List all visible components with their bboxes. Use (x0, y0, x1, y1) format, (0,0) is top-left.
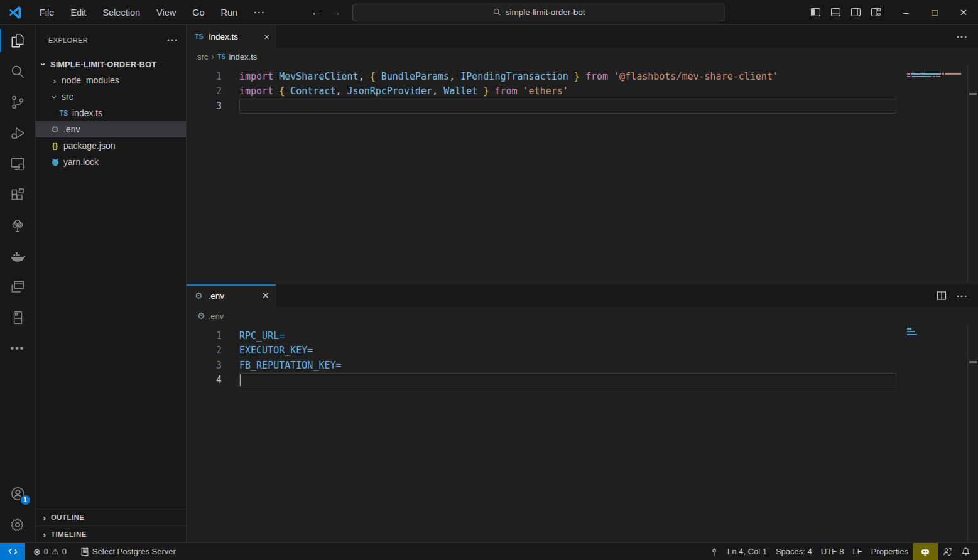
storage-activity-icon[interactable] (0, 302, 36, 333)
timeline-section-header[interactable]: › TIMELINE (36, 525, 186, 542)
menu-file[interactable]: File (31, 0, 62, 25)
remote-indicator[interactable] (0, 543, 25, 560)
tab-index-ts[interactable]: TS index.ts × (187, 25, 276, 48)
code-editor-env[interactable]: 1RPC_URL=2EXECUTOR_KEY=3FB_REPUTATION_KE… (187, 325, 978, 542)
code-line[interactable]: 1RPC_URL= (187, 328, 978, 343)
more-views-icon[interactable]: ••• (0, 333, 36, 363)
more-actions-icon[interactable]: ··· (957, 291, 968, 301)
breadcrumb-src[interactable]: src (197, 52, 208, 62)
code-line[interactable]: 2import { Contract, JsonRpcProvider, Wal… (187, 84, 978, 99)
explorer-sidebar: EXPLORER ··· › SIMPLE-LIMIT-ORDER-BOT › … (36, 25, 187, 542)
menu-view[interactable]: View (148, 0, 184, 25)
indentation-indicator[interactable]: Spaces: 4 (771, 543, 817, 560)
tree-root-folder[interactable]: › SIMPLE-LIMIT-ORDER-BOT (36, 56, 186, 72)
menu-more-icon[interactable]: ··· (246, 0, 273, 25)
run-debug-activity-icon[interactable] (0, 117, 36, 148)
ports-indicator[interactable] (705, 543, 723, 560)
tab-bar-top: TS index.ts × ··· (187, 25, 978, 48)
forward-arrow-icon[interactable]: → (330, 6, 341, 19)
cursor-position-indicator[interactable]: Ln 4, Col 1 (723, 543, 771, 560)
testing-tree-activity-icon[interactable] (0, 210, 36, 240)
search-activity-icon[interactable] (0, 56, 36, 87)
line-text: FB_REPUTATION_KEY= (222, 360, 342, 371)
typescript-file-icon: TS (195, 33, 203, 40)
close-window-button[interactable]: ✕ (949, 0, 978, 25)
tree-item-node-modules[interactable]: › node_modules (36, 72, 186, 89)
code-line[interactable]: 3 (187, 99, 978, 114)
menu-edit[interactable]: Edit (62, 0, 94, 25)
menu-run[interactable]: Run (213, 0, 246, 25)
source-control-activity-icon[interactable] (0, 87, 36, 117)
maximize-button[interactable]: □ (920, 0, 949, 25)
menu-go[interactable]: Go (184, 0, 212, 25)
tab-env[interactable]: ⚙ .env ✕ (187, 284, 276, 307)
accounts-badge: 1 (20, 495, 31, 505)
notifications-indicator[interactable] (957, 543, 978, 560)
tree-item-index-ts[interactable]: TS index.ts (36, 105, 186, 121)
vertical-scrollbar[interactable] (967, 65, 978, 284)
docker-activity-icon[interactable] (0, 240, 36, 271)
code-line[interactable]: 1import MevShareClient, { BundleParams, … (187, 69, 978, 84)
code-line[interactable]: 3FB_REPUTATION_KEY= (187, 358, 978, 373)
explorer-more-actions-icon[interactable]: ··· (167, 35, 178, 45)
tree-item-env[interactable]: ⚙ .env (36, 121, 186, 137)
line-number: 1 (187, 330, 222, 342)
indent-label: Spaces: 4 (776, 547, 812, 556)
command-center-search[interactable]: simple-limit-order-bot (352, 4, 725, 21)
activity-bar: ••• 1 (0, 25, 36, 542)
feedback-indicator[interactable] (938, 543, 957, 560)
menu-selection[interactable]: Selection (94, 0, 148, 25)
copilot-status[interactable] (913, 543, 938, 560)
editor-actions-top: ··· (957, 25, 978, 48)
chevron-down-icon: › (50, 93, 60, 100)
line-col-label: Ln 4, Col 1 (727, 547, 767, 556)
tree-item-yarn-lock[interactable]: yarn.lock (36, 154, 186, 170)
close-tab-icon[interactable]: ✕ (261, 290, 269, 301)
code-editor-index-ts[interactable]: 1import MevShareClient, { BundleParams, … (187, 65, 978, 284)
breadcrumb-file[interactable]: index.ts (229, 52, 257, 62)
error-count: 0 (44, 547, 48, 556)
explorer-activity-icon[interactable] (0, 25, 36, 56)
encoding-indicator[interactable]: UTF-8 (817, 543, 849, 560)
more-actions-icon[interactable]: ··· (957, 31, 968, 42)
toggle-secondary-sidebar-icon[interactable] (849, 6, 862, 19)
problems-indicator[interactable]: ⊗ 0 ⚠ 0 (29, 543, 71, 560)
breadcrumb-file[interactable]: .env (209, 311, 224, 321)
minimap[interactable] (907, 328, 967, 337)
file-label: package.json (63, 141, 116, 151)
accounts-icon[interactable]: 1 (0, 478, 36, 509)
remote-explorer-activity-icon[interactable] (0, 148, 36, 179)
toggle-primary-sidebar-icon[interactable] (808, 6, 822, 19)
language-mode-indicator[interactable]: Properties (867, 543, 913, 560)
scrollbar-cursor-mark (969, 361, 977, 363)
outline-section-header[interactable]: › OUTLINE (36, 509, 186, 525)
typescript-file-icon: TS (217, 53, 225, 60)
code-line[interactable]: 2EXECUTOR_KEY= (187, 343, 978, 358)
line-number: 2 (187, 345, 222, 356)
eol-indicator[interactable]: LF (849, 543, 867, 560)
toggle-panel-icon[interactable] (829, 6, 842, 19)
code-line[interactable]: 4 (187, 373, 978, 388)
sidebar-bottom-sections: › OUTLINE › TIMELINE (36, 509, 186, 542)
database-server-icon (80, 547, 89, 556)
vertical-scrollbar[interactable] (967, 325, 978, 542)
live-preview-activity-icon[interactable] (0, 271, 36, 302)
line-number: 4 (187, 374, 222, 385)
close-tab-icon[interactable]: × (264, 31, 269, 42)
minimap[interactable] (907, 73, 967, 79)
extensions-activity-icon[interactable] (0, 179, 36, 210)
customize-layout-icon[interactable] (869, 6, 883, 19)
vscode-logo-icon (8, 5, 23, 20)
outline-label: OUTLINE (51, 514, 84, 521)
minimize-button[interactable]: – (891, 0, 920, 25)
file-tree: › SIMPLE-LIMIT-ORDER-BOT › node_modules … (36, 56, 186, 170)
postgres-server-selector[interactable]: Select Postgres Server (76, 543, 180, 560)
folder-label: src (62, 92, 73, 102)
settings-gear-icon[interactable] (0, 509, 36, 540)
copilot-robot-icon (920, 546, 931, 557)
back-arrow-icon[interactable]: ← (311, 6, 322, 19)
encoding-label: UTF-8 (821, 547, 844, 556)
split-editor-icon[interactable] (937, 291, 947, 301)
tree-item-package-json[interactable]: {} package.json (36, 137, 186, 154)
tree-item-src[interactable]: › src (36, 89, 186, 105)
